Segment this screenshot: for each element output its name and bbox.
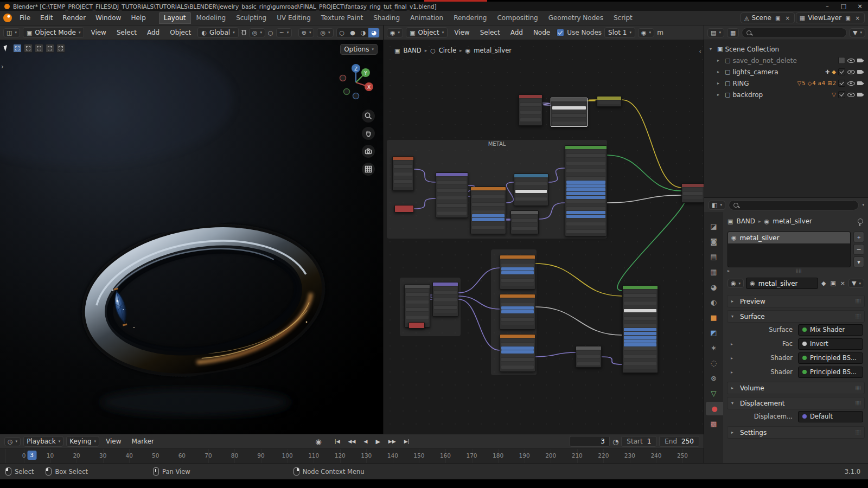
- show-overlays-dropdown[interactable]: ⊕▾: [298, 28, 315, 37]
- shader-node[interactable]: [551, 98, 588, 127]
- timeline-menu-view[interactable]: View: [102, 436, 125, 447]
- falloff-dropdown[interactable]: ~▾: [276, 28, 292, 37]
- shader-node[interactable]: [409, 322, 425, 329]
- editor-type-button[interactable]: ◫▾: [3, 28, 20, 37]
- panel-settings[interactable]: ▸ Settings ⣿⣿: [727, 426, 865, 439]
- shader-node[interactable]: [622, 285, 658, 373]
- keying-menu[interactable]: Keying▾: [66, 436, 99, 447]
- material-browse-button[interactable]: ◉▾: [638, 28, 654, 37]
- panel-drag-handle[interactable]: ⣿⣿: [855, 299, 860, 304]
- shader-node[interactable]: [394, 205, 414, 213]
- shader-node[interactable]: [519, 94, 542, 126]
- toolbar-expand-icon[interactable]: ›: [1, 63, 4, 70]
- properties-search-input[interactable]: [729, 200, 859, 210]
- move-view-button[interactable]: [362, 127, 375, 140]
- disclosure-icon[interactable]: ▸: [717, 69, 723, 74]
- tab-output[interactable]: ▤: [704, 250, 723, 264]
- panel-drag-handle[interactable]: ⣿⣿: [855, 430, 860, 435]
- auto-keying-record-icon[interactable]: ◉: [315, 438, 321, 445]
- browse-material-button[interactable]: ◉▾: [727, 279, 744, 288]
- navigation-gizmo[interactable]: Z X Y: [333, 59, 379, 104]
- select-mode-set-button[interactable]: [13, 44, 22, 53]
- view-layer-selector[interactable]: ▦ ViewLayer ▣ ×: [796, 12, 865, 23]
- shader-node[interactable]: [470, 187, 506, 234]
- new-material-icon[interactable]: ▣: [829, 280, 837, 287]
- snap-magnet-toggle[interactable]: Ω: [241, 29, 246, 36]
- expand-icon[interactable]: ▸: [727, 268, 733, 273]
- use-nodes-checkbox[interactable]: [557, 29, 564, 36]
- fake-user-shield-icon[interactable]: ◆: [820, 280, 827, 287]
- current-frame-field[interactable]: 3: [570, 436, 610, 447]
- remove-slot-button[interactable]: −: [853, 244, 864, 255]
- tab-compositing[interactable]: Compositing: [492, 12, 542, 24]
- shader-value-button[interactable]: Principled BS...: [798, 367, 863, 378]
- close-button[interactable]: ×: [852, 3, 868, 10]
- shader-node[interactable]: [681, 183, 704, 203]
- shader-node[interactable]: [597, 96, 622, 107]
- new-scene-icon[interactable]: ▣: [774, 15, 781, 21]
- tab-texture-paint[interactable]: Texture Paint: [316, 12, 368, 24]
- shading-rendered-button[interactable]: ◕: [368, 28, 379, 37]
- viewport-menu-object[interactable]: Object: [166, 27, 195, 38]
- disclosure-icon[interactable]: ▸: [717, 81, 723, 86]
- region-collapse-icon[interactable]: ‹: [699, 48, 701, 55]
- outliner-search-input[interactable]: [742, 28, 847, 38]
- breadcrumb-material-name[interactable]: metal_silver: [773, 217, 812, 225]
- gizmo-neg-x-axis[interactable]: [340, 75, 346, 81]
- node-editor-canvas-area[interactable]: ▣ BAND ▸ ○ Circle ▸ ◉ metal_silver ‹ MET…: [384, 40, 704, 434]
- select-tool-cursor-icon[interactable]: [4, 45, 9, 52]
- new-view-layer-icon[interactable]: ▣: [844, 15, 851, 21]
- panel-drag-handle[interactable]: ⣿⣿: [855, 314, 860, 319]
- panel-drag-handle[interactable]: ⣿⣿: [855, 401, 860, 406]
- add-slot-button[interactable]: ＋: [853, 232, 864, 242]
- breadcrumb-object-name[interactable]: BAND: [736, 217, 755, 225]
- options-button[interactable]: Options▾: [340, 44, 378, 55]
- slot-select[interactable]: Slot 1▾: [604, 27, 635, 38]
- timeline-editor-type-button[interactable]: ◷▾: [4, 437, 21, 446]
- breadcrumb-data[interactable]: Circle: [439, 47, 456, 54]
- blender-menu-icon[interactable]: [3, 14, 12, 22]
- play-button[interactable]: ▶: [373, 437, 382, 446]
- tab-scene[interactable]: ◕: [704, 280, 723, 294]
- surface-value-button[interactable]: Mix Shader: [798, 324, 863, 336]
- start-frame-field[interactable]: 1: [647, 438, 652, 445]
- jump-to-start-button[interactable]: |◀: [332, 438, 343, 445]
- disclosure-icon[interactable]: ▸: [717, 58, 723, 63]
- tab-animation[interactable]: Animation: [405, 12, 448, 24]
- shader-node[interactable]: [432, 282, 458, 317]
- menu-file[interactable]: File: [15, 12, 35, 23]
- select-mode-intersect-button[interactable]: [56, 44, 65, 53]
- mode-select[interactable]: ▣Object Mode▾: [23, 27, 85, 38]
- play-reverse-button[interactable]: ◀: [361, 438, 370, 445]
- viewport-menu-view[interactable]: View: [87, 27, 110, 38]
- tab-material[interactable]: ●: [706, 402, 723, 415]
- disable-render-icon[interactable]: [857, 80, 865, 87]
- outliner-row-save-do-not-delete[interactable]: ▸ ▢ save_do_not_delete: [704, 55, 868, 66]
- node-menu-view[interactable]: View: [450, 27, 473, 38]
- tab-layout[interactable]: Layout: [159, 12, 191, 24]
- shader-value-button[interactable]: Principled BS...: [798, 352, 863, 364]
- menu-help[interactable]: Help: [126, 12, 150, 23]
- hide-eye-icon[interactable]: [847, 80, 855, 87]
- disable-render-icon[interactable]: [857, 91, 865, 98]
- toggle-ortho-button[interactable]: [362, 163, 375, 176]
- tab-uv-editing[interactable]: UV Editing: [272, 12, 316, 24]
- shader-node[interactable]: [500, 294, 535, 330]
- expand-icon[interactable]: ▸: [731, 356, 736, 361]
- shader-node[interactable]: [514, 174, 548, 206]
- tab-object[interactable]: ■: [704, 311, 723, 324]
- pin-icon[interactable]: [858, 219, 863, 224]
- tab-render[interactable]: ◙: [704, 235, 723, 248]
- unlink-material-icon[interactable]: ×: [839, 280, 846, 287]
- gizmo-neg-y-axis[interactable]: [344, 89, 350, 95]
- scene-selector[interactable]: ◬ Scene ▣ ×: [741, 12, 795, 23]
- properties-editor-type-button[interactable]: ◧▾: [709, 201, 725, 210]
- previous-keyframe-button[interactable]: ◀◀: [346, 438, 359, 445]
- select-mode-subtract-button[interactable]: [35, 44, 43, 53]
- viewport-canvas[interactable]: Options▾ › Z X Y: [0, 40, 383, 434]
- menu-edit[interactable]: Edit: [36, 12, 57, 23]
- displacement-value-button[interactable]: Default: [798, 411, 863, 422]
- shader-node[interactable]: [392, 156, 414, 191]
- breadcrumb-material[interactable]: metal_silver: [474, 47, 512, 54]
- viewport-menu-select[interactable]: Select: [113, 27, 141, 38]
